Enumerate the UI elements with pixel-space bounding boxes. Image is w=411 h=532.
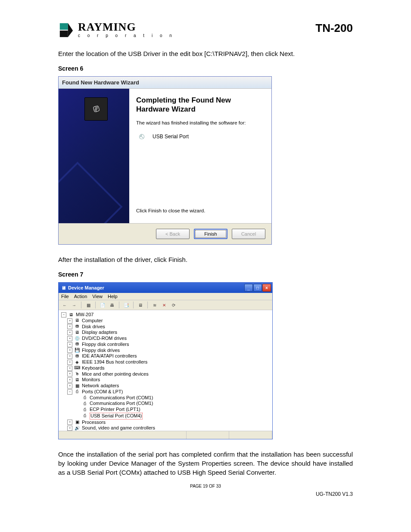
collapse-icon[interactable]: − [67,389,72,395]
expand-icon[interactable]: + [67,371,72,376]
tree-node[interactable]: +🖱Mice and other pointing devices [61,371,271,377]
logo-subtitle: c o r p o r a t i o n [78,34,175,38]
after-install-text: After the installation of the driver, cl… [58,255,353,264]
tree-node-label: Network adapters [82,383,119,389]
tree-node[interactable]: +🖥Display adapters [61,330,271,336]
tree-node[interactable]: +⌨Keyboards [61,365,271,371]
properties-icon[interactable]: 📑 [123,302,130,308]
expand-icon[interactable]: + [67,354,72,359]
tb-icon[interactable]: 🖥 [137,302,144,308]
intro-text: Enter the location of the USB Driver in … [58,49,353,58]
device-icon: ◈ [74,360,80,365]
tree-node[interactable]: +⛃Disk drives [61,324,271,330]
device-name: USB Serial Port [153,134,189,140]
maximize-button[interactable]: □ [253,284,262,292]
close-button[interactable]: × [262,284,271,292]
doc-version: UG-TN200 V1.3 [58,491,353,497]
menu-action[interactable]: Action [74,294,87,299]
scan-icon[interactable]: ≋ [151,302,158,308]
tree-node[interactable]: +🖥Monitors [61,377,271,383]
tree-node[interactable]: +⛃Floppy disk controllers [61,342,271,348]
nav-fwd-icon[interactable]: → [71,302,78,308]
finish-button[interactable]: Finish [194,229,227,239]
screen6-label: Screen 6 [58,65,353,72]
minimize-button[interactable]: _ [244,284,253,292]
page-header: RAYMING c o r p o r a t i o n TN-200 [58,22,353,38]
tree-node[interactable]: ⎙USB Serial Port (COM4) [61,413,271,420]
expand-icon[interactable]: + [67,336,72,341]
tree-node[interactable]: +▣Processors [61,420,271,426]
tree-node[interactable]: +◈IEEE 1394 Bus host controllers [61,359,271,365]
expand-icon[interactable]: + [67,366,72,371]
print-icon[interactable]: 🖶 [109,302,115,308]
expand-icon[interactable]: + [67,330,72,335]
device-icon: 🖥 [74,330,80,335]
expand-icon[interactable]: + [67,348,72,353]
nav-back-icon[interactable]: ← [61,302,68,308]
tb-icon[interactable]: ▦ [85,302,92,308]
expand-icon[interactable]: + [67,318,72,324]
hardware-wizard-window: Found New Hardware Wizard ⎚ Completing t… [58,76,272,245]
menu-view[interactable]: View [92,294,103,299]
tree-node-label: USB Serial Port (COM4) [90,413,143,420]
tree-node-label: Ports (COM & LPT) [82,389,123,395]
tree-node[interactable]: ⎙Communications Port (COM1) [61,395,271,401]
wizard-button-row: < Back Finish Cancel [59,223,271,244]
uninstall-icon[interactable]: ✕ [161,302,168,308]
collapse-icon[interactable]: − [61,312,66,317]
tb-icon[interactable]: ⟳ [170,302,177,308]
tree-node-label: Floppy disk controllers [82,342,129,348]
tree-node-label: Disk drives [82,324,105,330]
back-button[interactable]: < Back [156,229,190,239]
wizard-close-text: Click Finish to close the wizard. [136,208,265,214]
expand-icon[interactable]: + [67,360,72,365]
expand-icon[interactable]: + [67,420,72,425]
device-icon: 🔊 [74,426,80,431]
expand-icon[interactable]: + [67,383,72,389]
tree-node-label: Monitors [82,377,100,383]
expand-icon[interactable]: + [67,377,72,383]
wizard-main: Completing the Found New Hardware Wizard… [129,89,271,223]
menu-file[interactable]: File [61,294,69,299]
dm-statusbar [59,431,272,439]
tree-node-label: Communications Port (COM1) [90,395,153,401]
device-icon: 🖥 [68,312,74,317]
menu-help[interactable]: Help [108,294,118,299]
expand-icon[interactable]: + [67,342,72,347]
expand-icon[interactable]: + [67,324,72,329]
tree-node[interactable]: −🖥MW-207 [61,312,271,318]
device-icon: 🖱 [74,371,80,376]
tree-node[interactable]: +▦Network adapters [61,383,271,389]
tree-node[interactable]: +💿DVD/CD-ROM drives [61,336,271,342]
device-icon: ⛃ [74,324,80,329]
dm-toolbar: ← → ▦ 📄 🖶 📑 🖥 ≋ ✕ ⟳ [59,300,272,310]
logo-name: RAYMING [78,22,175,33]
tree-node[interactable]: −⎙Ports (COM & LPT) [61,389,271,395]
device-icon: ▦ [74,383,80,389]
tree-node-label: DVD/CD-ROM drives [82,336,127,342]
tree-node[interactable]: ⎙Communications Port (COM1) [61,401,271,407]
wizard-titlebar: Found New Hardware Wizard [59,77,271,89]
conclusion-text: Once the installation of the serial port… [58,450,353,477]
logo-mark-icon [58,22,75,38]
tb-icon[interactable]: 📄 [99,302,106,308]
tree-node[interactable]: +💾Floppy disk drives [61,348,271,354]
tree-node-label: Sound, video and game controllers [82,425,155,431]
expand-icon[interactable]: + [67,426,72,431]
tree-node[interactable]: +⛃IDE ATA/ATAPI controllers [61,353,271,359]
tree-node-label: Mice and other pointing devices [82,371,149,377]
logo: RAYMING c o r p o r a t i o n [58,22,175,38]
wizard-body: ⎚ Completing the Found New Hardware Wiza… [59,89,271,223]
tree-node[interactable]: ⎙ECP Printer Port (LPT1) [61,407,271,413]
device-tree[interactable]: −🖥MW-207+🖥Computer+⛃Disk drives+🖥Display… [59,310,272,431]
dm-titlebar: 🖥 Device Manager _ □ × [59,283,272,293]
tree-node-label: Communications Port (COM1) [90,401,153,407]
cancel-button[interactable]: Cancel [232,229,265,239]
tree-node[interactable]: +🔊Sound, video and game controllers [61,425,271,431]
dm-title-text: Device Manager [68,285,104,290]
wizard-finished-text: The wizard has finished installing the s… [136,120,265,125]
page-number: PAGE 19 OF 33 [58,484,353,488]
device-icon: 💿 [74,336,80,341]
tree-node-label: Floppy disk drives [82,348,120,354]
tree-node[interactable]: +🖥Computer [61,318,271,324]
